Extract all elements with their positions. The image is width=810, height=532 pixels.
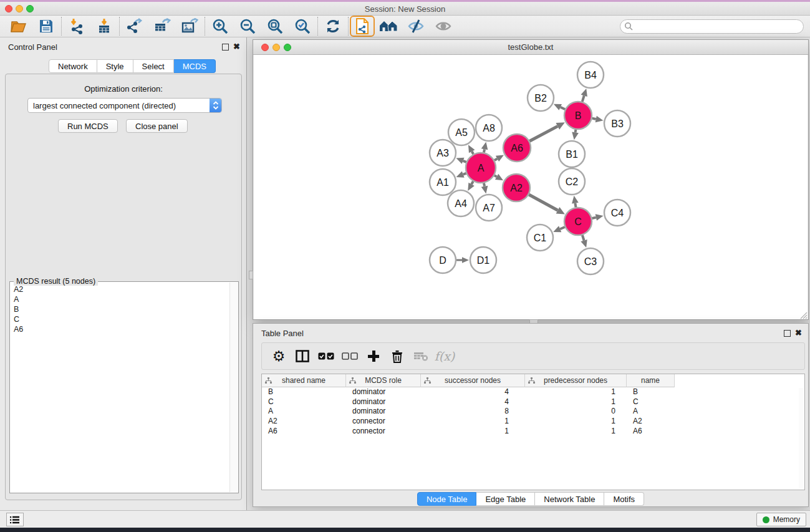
- table-cell[interactable]: A6: [627, 427, 675, 437]
- resize-grip-icon[interactable]: [800, 312, 808, 319]
- table-cell[interactable]: 1: [525, 417, 627, 427]
- graph-edge-A-A1[interactable]: [463, 173, 466, 175]
- graph-node-B[interactable]: B: [564, 102, 592, 129]
- zoom-in-button[interactable]: [206, 16, 234, 36]
- table-row[interactable]: Adominator80A: [262, 407, 804, 417]
- graph-edge-B-B3[interactable]: [592, 118, 596, 119]
- table-cell[interactable]: dominator: [346, 387, 421, 397]
- run-mcds-button[interactable]: Run MCDS: [58, 119, 118, 133]
- graph-edge-A-A7[interactable]: [484, 183, 485, 186]
- graph-edge-C-C1[interactable]: [560, 227, 565, 229]
- network-canvas[interactable]: AA1A2A3A4A5A6A7A8BB1B2B3B4CC1C2C3C4DD1: [254, 55, 808, 319]
- graph-node-C3[interactable]: C3: [577, 248, 604, 274]
- graph-node-B2[interactable]: B2: [528, 85, 554, 111]
- graph-edge-A6-B[interactable]: [529, 126, 557, 141]
- table-row[interactable]: Cdominator41C: [262, 397, 804, 407]
- table-row[interactable]: A2connector11A2: [262, 417, 804, 427]
- search-field[interactable]: [620, 19, 804, 34]
- close-panel-icon[interactable]: ✖: [233, 42, 240, 51]
- result-scrollbar[interactable]: [229, 283, 238, 492]
- export-image-button[interactable]: [176, 16, 203, 36]
- graph-edge-B-B1[interactable]: [576, 130, 576, 133]
- table-cell[interactable]: C: [627, 397, 675, 407]
- unselect-all-columns-button[interactable]: [338, 345, 362, 367]
- table-options-button[interactable]: ⚙: [267, 345, 291, 367]
- table-cell[interactable]: 1: [525, 387, 627, 397]
- table-cell[interactable]: dominator: [346, 397, 421, 407]
- tab-network-table[interactable]: Network Table: [535, 492, 604, 506]
- optimization-criterion-dropdown[interactable]: largest connected component (directed): [27, 98, 222, 113]
- close-panel-button[interactable]: Close panel: [126, 119, 188, 133]
- table-cell[interactable]: B: [262, 387, 346, 397]
- table-cell[interactable]: 0: [525, 407, 627, 417]
- graph-node-A2[interactable]: A2: [503, 174, 530, 201]
- table-cell[interactable]: 1: [525, 427, 627, 437]
- table-scrollbar[interactable]: [799, 388, 804, 489]
- hide-details-button[interactable]: [402, 16, 430, 36]
- network-overview-button[interactable]: [350, 16, 375, 37]
- select-all-columns-button[interactable]: [314, 345, 338, 367]
- table-cell[interactable]: A2: [627, 417, 675, 427]
- graph-edge-B-B4[interactable]: [582, 95, 584, 102]
- graph-node-A5[interactable]: A5: [448, 119, 475, 145]
- graph-edge-A-A2[interactable]: [494, 175, 497, 177]
- graph-node-C2[interactable]: C2: [559, 168, 585, 195]
- memory-button[interactable]: Memory: [756, 513, 806, 526]
- table-cell[interactable]: B: [627, 387, 675, 397]
- table-cell[interactable]: A: [627, 407, 675, 417]
- graph-node-A[interactable]: A: [466, 153, 496, 183]
- save-session-button[interactable]: [32, 16, 60, 36]
- table-row[interactable]: Bdominator41B: [262, 387, 804, 397]
- table-cell[interactable]: connector: [346, 427, 421, 437]
- export-network-button[interactable]: [121, 16, 148, 36]
- table-cell[interactable]: 1: [525, 397, 627, 407]
- table-cell[interactable]: 1: [421, 427, 525, 437]
- zoom-selected-button[interactable]: [289, 16, 316, 36]
- graph-edge-C-C3[interactable]: [582, 235, 584, 241]
- show-details-button[interactable]: [430, 16, 457, 36]
- graph-node-B4[interactable]: B4: [577, 62, 604, 88]
- tab-motifs[interactable]: Motifs: [604, 492, 644, 506]
- open-session-button[interactable]: [5, 16, 32, 36]
- graph-node-C[interactable]: C: [564, 208, 592, 235]
- graph-edge-A-A5[interactable]: [472, 152, 473, 154]
- zoom-fit-button[interactable]: [261, 16, 289, 36]
- apply-layout-button[interactable]: [319, 16, 347, 36]
- column-header-successor-nodes[interactable]: successor nodes: [421, 374, 525, 387]
- graph-edge-A-A4[interactable]: [471, 181, 473, 185]
- column-header-predecessor-nodes[interactable]: predecessor nodes: [525, 374, 627, 387]
- graph-node-A3[interactable]: A3: [430, 140, 456, 166]
- tab-edge-table[interactable]: Edge Table: [476, 492, 535, 506]
- table-row[interactable]: A6connector11A6: [262, 427, 804, 437]
- table-cell[interactable]: 8: [421, 407, 525, 417]
- graph-node-A6[interactable]: A6: [503, 134, 531, 162]
- table-cell[interactable]: A6: [262, 427, 346, 437]
- graph-node-A7[interactable]: A7: [476, 195, 502, 221]
- import-network-button[interactable]: [63, 16, 90, 36]
- graph-edge-A-A6[interactable]: [494, 158, 498, 160]
- graph-edge-A2-C[interactable]: [529, 195, 557, 210]
- table-cell[interactable]: A: [262, 407, 346, 417]
- tab-network[interactable]: Network: [49, 59, 97, 73]
- float-panel-icon[interactable]: [222, 44, 229, 51]
- column-header-MCDS-role[interactable]: MCDS role: [346, 374, 421, 387]
- table-cell[interactable]: dominator: [346, 407, 421, 417]
- tab-select[interactable]: Select: [133, 59, 174, 73]
- table-cell[interactable]: connector: [346, 417, 421, 427]
- close-panel-icon[interactable]: ✖: [795, 328, 802, 337]
- show-columns-button[interactable]: [291, 345, 314, 367]
- table-cell[interactable]: C: [262, 397, 346, 407]
- graph-node-B3[interactable]: B3: [604, 110, 630, 137]
- table-cell[interactable]: 1: [421, 417, 525, 427]
- graph-edge-A-A3[interactable]: [463, 161, 466, 162]
- graph-node-D[interactable]: D: [430, 247, 456, 273]
- table-cell[interactable]: A2: [262, 417, 346, 427]
- graph-node-A8[interactable]: A8: [476, 115, 502, 141]
- search-input[interactable]: [634, 21, 803, 32]
- graph-node-D1[interactable]: D1: [470, 247, 496, 273]
- delete-column-button[interactable]: [385, 345, 409, 367]
- vertical-splitter-handle[interactable]: [249, 271, 253, 279]
- home-view-button[interactable]: [375, 16, 402, 36]
- graph-node-A4[interactable]: A4: [448, 190, 474, 216]
- graph-node-B1[interactable]: B1: [559, 141, 585, 167]
